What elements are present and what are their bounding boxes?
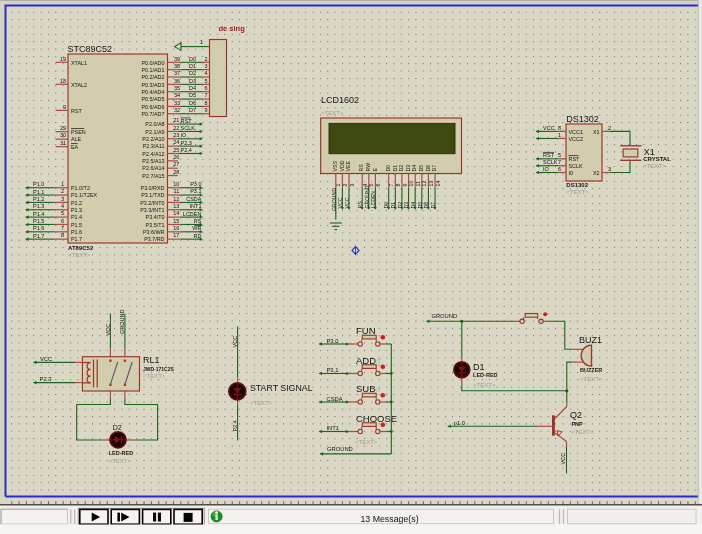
svg-text:14: 14 xyxy=(173,210,179,216)
svg-text:RD: RD xyxy=(194,233,202,239)
svg-text:<TEXT>: <TEXT> xyxy=(143,373,166,379)
svg-text:P1.5: P1.5 xyxy=(33,218,44,224)
svg-text:4: 4 xyxy=(61,203,64,209)
svg-text:ADD: ADD xyxy=(356,355,376,366)
svg-text:2: 2 xyxy=(608,125,611,131)
svg-text:VCC2: VCC2 xyxy=(569,136,583,142)
svg-text:VCC1: VCC1 xyxy=(569,129,583,135)
svg-text:P2.5/A13: P2.5/A13 xyxy=(142,158,164,164)
svg-text:P2.4/A12: P2.4/A12 xyxy=(142,151,164,157)
svg-text:D4: D4 xyxy=(189,85,196,91)
svg-text:D7: D7 xyxy=(430,202,436,209)
svg-text:P3.2/INT0: P3.2/INT0 xyxy=(140,200,164,206)
svg-text:D3: D3 xyxy=(189,78,196,84)
svg-text:P1.6: P1.6 xyxy=(33,225,44,231)
svg-text:P3.1: P3.1 xyxy=(327,367,339,373)
svg-text:P0.3/AD3: P0.3/AD3 xyxy=(141,82,164,88)
svg-text:D2: D2 xyxy=(113,424,122,431)
svg-text:RST: RST xyxy=(71,108,82,114)
svg-text:ALE: ALE xyxy=(71,136,82,142)
svg-text:<TEXT>: <TEXT> xyxy=(473,382,496,388)
svg-text:INT1: INT1 xyxy=(327,425,340,431)
svg-text:<TEXT>: <TEXT> xyxy=(355,439,378,445)
svg-text:VSS: VSS xyxy=(332,161,338,172)
svg-text:7: 7 xyxy=(558,159,561,165)
svg-text:21: 21 xyxy=(173,117,179,123)
svg-text:23: 23 xyxy=(173,132,179,138)
svg-text:RS: RS xyxy=(194,218,202,224)
svg-text:SCLK: SCLK xyxy=(543,159,558,165)
svg-text:INT1: INT1 xyxy=(190,203,202,209)
svg-text:P3.0: P3.0 xyxy=(327,338,339,344)
svg-text:D3: D3 xyxy=(405,165,411,172)
svg-text:P0.0/AD0: P0.0/AD0 xyxy=(141,60,164,66)
svg-text:P3.7/RD: P3.7/RD xyxy=(144,236,164,242)
svg-text:D0: D0 xyxy=(189,56,196,62)
svg-text:11: 11 xyxy=(174,188,180,194)
svg-text:12: 12 xyxy=(421,181,427,187)
svg-text:37: 37 xyxy=(174,70,180,76)
svg-text:D0: D0 xyxy=(385,165,391,172)
svg-text:P3.1/TXD: P3.1/TXD xyxy=(141,192,164,198)
svg-text:IO: IO xyxy=(181,132,188,138)
svg-text:D6: D6 xyxy=(423,202,429,209)
svg-text:D7: D7 xyxy=(431,165,437,172)
svg-text:X1: X1 xyxy=(593,129,600,135)
svg-text:CSDA: CSDA xyxy=(186,196,202,202)
svg-text:13: 13 xyxy=(173,203,179,209)
svg-text:CRYSTAL: CRYSTAL xyxy=(643,156,671,162)
svg-text:D2: D2 xyxy=(397,202,403,209)
svg-text:D2: D2 xyxy=(398,165,404,172)
svg-text:35: 35 xyxy=(174,85,180,91)
svg-text:P0.6/AD6: P0.6/AD6 xyxy=(141,104,164,110)
svg-text:33: 33 xyxy=(174,100,180,106)
svg-text:D5: D5 xyxy=(189,92,196,98)
svg-text:2: 2 xyxy=(204,56,207,62)
svg-text:EA: EA xyxy=(71,144,79,150)
svg-text:19: 19 xyxy=(60,56,66,62)
svg-text:6: 6 xyxy=(61,218,64,224)
svg-text:P0.4/AD4: P0.4/AD4 xyxy=(141,89,164,95)
svg-text:IO: IO xyxy=(543,166,550,172)
svg-text:6: 6 xyxy=(558,166,561,172)
svg-text:26: 26 xyxy=(173,154,179,160)
svg-text:D5: D5 xyxy=(418,165,424,172)
svg-text:RST: RST xyxy=(569,156,580,162)
svg-text:1: 1 xyxy=(335,184,341,187)
svg-text:D1: D1 xyxy=(390,202,396,209)
svg-text:P2.0/A8: P2.0/A8 xyxy=(145,121,164,127)
svg-text:P0.7/AD7: P0.7/AD7 xyxy=(141,111,164,117)
svg-text:<TEXT>: <TEXT> xyxy=(580,376,603,382)
svg-text:P1.3: P1.3 xyxy=(71,207,82,213)
svg-text:28: 28 xyxy=(173,169,179,175)
svg-text:7: 7 xyxy=(388,184,394,187)
svg-text:D1: D1 xyxy=(473,362,485,372)
svg-text:VCC: VCC xyxy=(40,356,52,362)
svg-text:P2.3: P2.3 xyxy=(40,376,52,382)
svg-text:12: 12 xyxy=(173,196,179,202)
svg-text:GROUND: GROUND xyxy=(331,188,337,211)
svg-text:D1: D1 xyxy=(189,63,196,69)
svg-text:RST: RST xyxy=(181,118,193,124)
svg-text:<T: <T xyxy=(375,387,382,393)
svg-text:16: 16 xyxy=(173,225,179,231)
svg-text:VCC: VCC xyxy=(543,125,555,131)
svg-text:D2: D2 xyxy=(189,70,196,76)
svg-text:7: 7 xyxy=(204,92,207,98)
svg-text:<TEXT>: <TEXT> xyxy=(68,252,91,258)
svg-text:D4: D4 xyxy=(410,202,416,209)
svg-text:DS1302: DS1302 xyxy=(566,114,599,124)
svg-text:8: 8 xyxy=(61,232,64,238)
svg-text:P3.1: P3.1 xyxy=(190,188,201,194)
svg-text:P2.3: P2.3 xyxy=(181,140,192,146)
svg-text:13: 13 xyxy=(428,181,434,187)
svg-text:<TEXT>: <TEXT> xyxy=(321,110,344,116)
svg-text:22: 22 xyxy=(173,125,179,131)
svg-text:VCC: VCC xyxy=(232,336,238,348)
svg-text:LED-RED: LED-RED xyxy=(109,450,133,456)
svg-text:1: 1 xyxy=(558,132,561,138)
svg-text:30: 30 xyxy=(60,132,66,138)
svg-text:34: 34 xyxy=(174,92,180,98)
svg-text:LCD1602: LCD1602 xyxy=(321,95,359,105)
svg-text:RL1: RL1 xyxy=(143,355,160,365)
